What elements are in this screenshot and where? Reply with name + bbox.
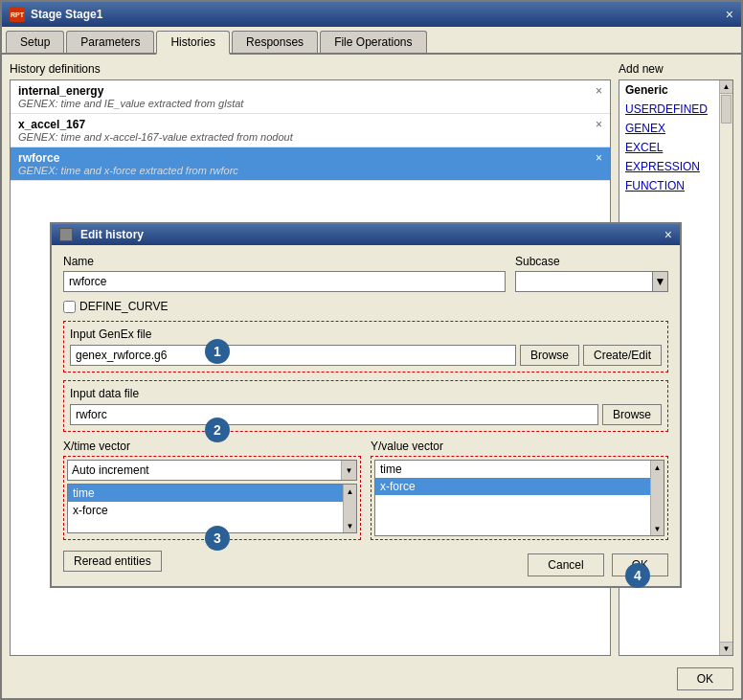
- input-data-browse-button[interactable]: Browse: [602, 404, 662, 425]
- x-dropdown[interactable]: Auto increment ▼: [67, 460, 357, 481]
- history-item-rwforce[interactable]: rwforce GENEX: time and x-force extracte…: [11, 147, 610, 181]
- name-label: Name: [63, 255, 506, 268]
- tab-responses[interactable]: Responses: [232, 31, 318, 53]
- scrollbar-down[interactable]: ▼: [720, 642, 732, 655]
- main-window: RPT Stage Stage1 × Setup Parameters Hist…: [0, 0, 743, 700]
- x-vector-item-time[interactable]: time: [68, 485, 343, 502]
- add-new-scrollbar: ▲ ▼: [719, 80, 732, 655]
- y-vector-label: Y/value vector: [371, 440, 668, 453]
- history-item-desc: GENEX: time and x-force extracted from r…: [18, 165, 592, 176]
- dialog-title: Edit history: [80, 228, 144, 241]
- window-title: Stage Stage1: [31, 8, 102, 21]
- app-icon: RPT: [10, 7, 25, 22]
- define-curve-checkbox[interactable]: [63, 301, 76, 313]
- add-new-genex[interactable]: GENEX: [619, 119, 719, 138]
- y-vector-list: time x-force ▲ ▼: [374, 460, 664, 536]
- x-scroll-track: [344, 498, 356, 519]
- annotation-4: 4: [625, 563, 650, 588]
- x-vector-list-inner: time x-force: [68, 485, 343, 532]
- genex-file-input[interactable]: [70, 345, 516, 366]
- history-item-close-btn[interactable]: ×: [596, 151, 602, 165]
- annotation-1: 1: [205, 339, 230, 364]
- y-vector-item-xforce[interactable]: x-force: [375, 478, 650, 495]
- bottom-area: OK: [2, 664, 741, 698]
- genex-browse-button[interactable]: Browse: [520, 345, 579, 366]
- history-item-name: rwforce: [18, 151, 592, 165]
- vector-row: X/time vector Auto increment ▼ time x-fo…: [63, 440, 668, 540]
- y-scroll-down[interactable]: ▼: [651, 522, 664, 535]
- add-new-excel[interactable]: EXCEL: [619, 138, 719, 157]
- history-item-x-accel[interactable]: x_accel_167 GENEX: time and x-accel-167-…: [11, 114, 610, 147]
- input-data-input[interactable]: [70, 404, 598, 425]
- create-edit-button[interactable]: Create/Edit: [583, 345, 662, 366]
- window-close-button[interactable]: ×: [726, 8, 733, 21]
- dialog-icon: [59, 228, 73, 241]
- history-item-desc: GENEX: time and x-accel-167-value extrac…: [18, 131, 592, 143]
- x-vector-item-xforce[interactable]: x-force: [68, 502, 343, 519]
- reread-button[interactable]: Reread entities: [63, 551, 162, 572]
- history-item-close-btn[interactable]: ×: [596, 84, 602, 98]
- input-data-label: Input data file: [70, 387, 139, 400]
- x-vector-field: X/time vector Auto increment ▼ time x-fo…: [63, 440, 361, 540]
- genex-file-label: Input GenEx file: [70, 327, 151, 341]
- add-new-expression[interactable]: EXPRESSION: [619, 157, 719, 176]
- add-new-generic[interactable]: Generic: [619, 80, 719, 100]
- tab-bar: Setup Parameters Histories Responses Fil…: [2, 27, 741, 55]
- annotation-2: 2: [205, 418, 230, 442]
- x-scroll-up[interactable]: ▲: [344, 485, 356, 498]
- y-scroll-up[interactable]: ▲: [651, 461, 664, 474]
- define-curve-row: DEFINE_CURVE: [63, 300, 668, 313]
- input-data-row: Browse: [70, 404, 662, 425]
- history-definitions-label: History definitions: [10, 62, 611, 76]
- genex-input-row: Browse Create/Edit: [70, 345, 662, 366]
- tab-file-operations[interactable]: File Operations: [320, 31, 426, 53]
- tab-parameters[interactable]: Parameters: [66, 31, 154, 53]
- add-new-function[interactable]: FUNCTION: [619, 176, 719, 195]
- genex-file-section: Input GenEx file Browse Create/Edit: [63, 321, 668, 373]
- y-vector-container: time x-force ▲ ▼: [371, 456, 668, 540]
- define-curve-label: DEFINE_CURVE: [79, 300, 168, 313]
- y-vector-list-inner: time x-force: [375, 461, 650, 535]
- history-item-name: internal_energy: [18, 84, 592, 98]
- add-new-label: Add new: [619, 62, 733, 76]
- edit-dialog: Edit history × Name Subcase ▼: [50, 222, 682, 588]
- subcase-select[interactable]: ▼: [515, 271, 668, 292]
- scrollbar-track: [720, 94, 732, 642]
- scrollbar-thumb[interactable]: [721, 95, 732, 124]
- bottom-row: Reread entities Cancel OK: [63, 546, 668, 576]
- history-item-name: x_accel_167: [18, 118, 592, 131]
- name-field: Name: [63, 255, 506, 292]
- main-ok-button[interactable]: OK: [677, 667, 733, 690]
- title-bar-left: RPT Stage Stage1: [10, 7, 102, 22]
- y-scroll-track: [651, 474, 664, 522]
- x-scrollbar: ▲ ▼: [343, 485, 356, 532]
- history-item-close-btn[interactable]: ×: [596, 118, 602, 131]
- x-dropdown-value: Auto increment: [68, 461, 341, 480]
- y-scrollbar: ▲ ▼: [650, 461, 664, 535]
- x-dropdown-arrow[interactable]: ▼: [341, 461, 356, 480]
- history-item-desc: GENEX: time and IE_value extracted from …: [18, 98, 592, 109]
- cancel-button[interactable]: Cancel: [528, 553, 603, 576]
- x-scroll-down[interactable]: ▼: [344, 519, 356, 532]
- y-vector-item-time[interactable]: time: [375, 461, 650, 478]
- history-item-internal-energy[interactable]: internal_energy GENEX: time and IE_value…: [11, 80, 610, 114]
- input-data-section: Input data file Browse: [63, 380, 668, 432]
- title-bar: RPT Stage Stage1 ×: [2, 2, 741, 27]
- tab-histories[interactable]: Histories: [156, 31, 230, 55]
- annotation-3: 3: [205, 526, 230, 551]
- dialog-close-button[interactable]: ×: [664, 227, 672, 242]
- scrollbar-up[interactable]: ▲: [720, 80, 732, 94]
- dialog-title-bar: Edit history ×: [52, 224, 680, 245]
- name-input[interactable]: [63, 271, 506, 292]
- name-subcase-row: Name Subcase ▼: [63, 255, 668, 292]
- y-vector-field: Y/value vector time x-force ▲ ▼: [371, 440, 668, 540]
- subcase-label: Subcase: [515, 255, 668, 268]
- dialog-content: Name Subcase ▼ DEFINE_CURVE: [52, 245, 680, 586]
- add-new-userdefined[interactable]: USERDEFINED: [619, 100, 719, 119]
- subcase-dropdown-arrow[interactable]: ▼: [652, 272, 667, 291]
- subcase-field: Subcase ▼: [515, 255, 668, 292]
- tab-setup[interactable]: Setup: [6, 31, 64, 53]
